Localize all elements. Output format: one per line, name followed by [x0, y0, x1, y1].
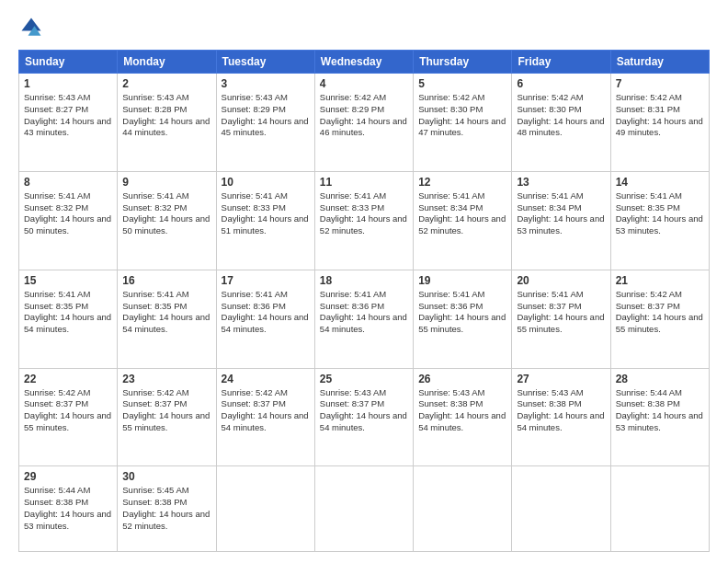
day-info: Sunrise: 5:43 AM Sunset: 8:38 PM Dayligh… [517, 387, 605, 434]
calendar-cell [512, 466, 610, 552]
day-number: 11 [320, 176, 408, 189]
day-number: 6 [517, 77, 605, 90]
day-number: 13 [517, 176, 605, 189]
day-info: Sunrise: 5:41 AM Sunset: 8:35 PM Dayligh… [616, 190, 704, 237]
day-info: Sunrise: 5:44 AM Sunset: 8:38 PM Dayligh… [24, 485, 112, 532]
day-info: Sunrise: 5:44 AM Sunset: 8:38 PM Dayligh… [616, 387, 704, 434]
header [18, 15, 710, 40]
day-info: Sunrise: 5:45 AM Sunset: 8:38 PM Dayligh… [122, 485, 210, 532]
calendar-cell [314, 466, 413, 552]
col-header-tuesday: Tuesday [216, 51, 314, 74]
day-number: 19 [418, 274, 506, 287]
calendar-cell: 12 Sunrise: 5:41 AM Sunset: 8:34 PM Dayl… [414, 171, 512, 270]
calendar-cell: 21 Sunrise: 5:42 AM Sunset: 8:37 PM Dayl… [610, 270, 709, 368]
col-header-friday: Friday [512, 51, 610, 74]
day-number: 27 [517, 373, 605, 385]
day-number: 20 [517, 274, 605, 287]
day-info: Sunrise: 5:43 AM Sunset: 8:28 PM Dayligh… [122, 92, 210, 139]
calendar-cell: 16 Sunrise: 5:41 AM Sunset: 8:35 PM Dayl… [118, 270, 216, 368]
day-number: 5 [418, 77, 506, 90]
day-info: Sunrise: 5:41 AM Sunset: 8:33 PM Dayligh… [222, 190, 310, 237]
calendar-cell [610, 466, 709, 552]
calendar-cell: 27 Sunrise: 5:43 AM Sunset: 8:38 PM Dayl… [512, 368, 610, 466]
calendar-cell: 29 Sunrise: 5:44 AM Sunset: 8:38 PM Dayl… [19, 466, 118, 552]
day-info: Sunrise: 5:41 AM Sunset: 8:36 PM Dayligh… [222, 289, 310, 336]
calendar-cell [216, 466, 314, 552]
calendar-cell: 5 Sunrise: 5:42 AM Sunset: 8:30 PM Dayli… [414, 74, 512, 172]
day-number: 22 [24, 373, 112, 385]
calendar-cell: 8 Sunrise: 5:41 AM Sunset: 8:32 PM Dayli… [19, 171, 118, 270]
logo [18, 15, 48, 40]
day-info: Sunrise: 5:41 AM Sunset: 8:34 PM Dayligh… [517, 190, 605, 237]
day-number: 28 [616, 373, 704, 385]
day-number: 3 [222, 77, 310, 90]
day-number: 26 [418, 373, 506, 385]
calendar-cell: 30 Sunrise: 5:45 AM Sunset: 8:38 PM Dayl… [118, 466, 216, 552]
calendar-cell: 20 Sunrise: 5:41 AM Sunset: 8:37 PM Dayl… [512, 270, 610, 368]
day-info: Sunrise: 5:41 AM Sunset: 8:36 PM Dayligh… [418, 289, 506, 336]
calendar-table: SundayMondayTuesdayWednesdayThursdayFrid… [18, 50, 710, 552]
day-number: 10 [222, 176, 310, 189]
day-info: Sunrise: 5:42 AM Sunset: 8:31 PM Dayligh… [616, 92, 704, 139]
calendar-cell [414, 466, 512, 552]
day-info: Sunrise: 5:41 AM Sunset: 8:32 PM Dayligh… [122, 190, 210, 237]
day-number: 9 [122, 176, 210, 189]
calendar-cell: 19 Sunrise: 5:41 AM Sunset: 8:36 PM Dayl… [414, 270, 512, 368]
day-info: Sunrise: 5:43 AM Sunset: 8:29 PM Dayligh… [222, 92, 310, 139]
calendar-week-row: 1 Sunrise: 5:43 AM Sunset: 8:27 PM Dayli… [19, 74, 710, 172]
day-info: Sunrise: 5:41 AM Sunset: 8:34 PM Dayligh… [418, 190, 506, 237]
day-number: 18 [320, 274, 408, 287]
calendar-week-row: 15 Sunrise: 5:41 AM Sunset: 8:35 PM Dayl… [19, 270, 710, 368]
calendar-cell: 22 Sunrise: 5:42 AM Sunset: 8:37 PM Dayl… [19, 368, 118, 466]
col-header-sunday: Sunday [19, 51, 118, 74]
calendar-cell: 3 Sunrise: 5:43 AM Sunset: 8:29 PM Dayli… [216, 74, 314, 172]
day-info: Sunrise: 5:42 AM Sunset: 8:37 PM Dayligh… [222, 387, 310, 434]
day-number: 16 [122, 274, 210, 287]
calendar-cell: 9 Sunrise: 5:41 AM Sunset: 8:32 PM Dayli… [118, 171, 216, 270]
day-number: 29 [24, 470, 112, 483]
calendar-cell: 6 Sunrise: 5:42 AM Sunset: 8:30 PM Dayli… [512, 74, 610, 172]
calendar-cell: 13 Sunrise: 5:41 AM Sunset: 8:34 PM Dayl… [512, 171, 610, 270]
calendar-cell: 25 Sunrise: 5:43 AM Sunset: 8:37 PM Dayl… [314, 368, 413, 466]
day-number: 17 [222, 274, 310, 287]
calendar-cell: 11 Sunrise: 5:41 AM Sunset: 8:33 PM Dayl… [314, 171, 413, 270]
day-number: 23 [122, 373, 210, 385]
day-number: 2 [122, 77, 210, 90]
col-header-monday: Monday [118, 51, 216, 74]
day-number: 14 [616, 176, 704, 189]
calendar-cell: 23 Sunrise: 5:42 AM Sunset: 8:37 PM Dayl… [118, 368, 216, 466]
day-number: 8 [24, 176, 112, 189]
day-info: Sunrise: 5:41 AM Sunset: 8:36 PM Dayligh… [320, 289, 408, 336]
day-info: Sunrise: 5:43 AM Sunset: 8:27 PM Dayligh… [24, 92, 112, 139]
day-info: Sunrise: 5:42 AM Sunset: 8:37 PM Dayligh… [24, 387, 112, 434]
day-number: 15 [24, 274, 112, 287]
calendar-cell: 15 Sunrise: 5:41 AM Sunset: 8:35 PM Dayl… [19, 270, 118, 368]
calendar-cell: 28 Sunrise: 5:44 AM Sunset: 8:38 PM Dayl… [610, 368, 709, 466]
day-info: Sunrise: 5:41 AM Sunset: 8:33 PM Dayligh… [320, 190, 408, 237]
calendar-cell: 17 Sunrise: 5:41 AM Sunset: 8:36 PM Dayl… [216, 270, 314, 368]
calendar-cell: 10 Sunrise: 5:41 AM Sunset: 8:33 PM Dayl… [216, 171, 314, 270]
day-number: 4 [320, 77, 408, 90]
calendar-header-row: SundayMondayTuesdayWednesdayThursdayFrid… [19, 51, 710, 74]
day-number: 12 [418, 176, 506, 189]
calendar-cell: 14 Sunrise: 5:41 AM Sunset: 8:35 PM Dayl… [610, 171, 709, 270]
calendar-week-row: 8 Sunrise: 5:41 AM Sunset: 8:32 PM Dayli… [19, 171, 710, 270]
col-header-thursday: Thursday [414, 51, 512, 74]
calendar-cell: 24 Sunrise: 5:42 AM Sunset: 8:37 PM Dayl… [216, 368, 314, 466]
day-info: Sunrise: 5:43 AM Sunset: 8:37 PM Dayligh… [320, 387, 408, 434]
day-info: Sunrise: 5:42 AM Sunset: 8:37 PM Dayligh… [616, 289, 704, 336]
calendar-week-row: 29 Sunrise: 5:44 AM Sunset: 8:38 PM Dayl… [19, 466, 710, 552]
day-number: 30 [122, 470, 210, 483]
calendar-cell: 18 Sunrise: 5:41 AM Sunset: 8:36 PM Dayl… [314, 270, 413, 368]
col-header-wednesday: Wednesday [314, 51, 413, 74]
calendar-cell: 7 Sunrise: 5:42 AM Sunset: 8:31 PM Dayli… [610, 74, 709, 172]
day-info: Sunrise: 5:42 AM Sunset: 8:29 PM Dayligh… [320, 92, 408, 139]
logo-icon [18, 15, 44, 40]
day-number: 7 [616, 77, 704, 90]
day-info: Sunrise: 5:41 AM Sunset: 8:35 PM Dayligh… [122, 289, 210, 336]
calendar-cell: 1 Sunrise: 5:43 AM Sunset: 8:27 PM Dayli… [19, 74, 118, 172]
col-header-saturday: Saturday [610, 51, 709, 74]
calendar-week-row: 22 Sunrise: 5:42 AM Sunset: 8:37 PM Dayl… [19, 368, 710, 466]
calendar-cell: 4 Sunrise: 5:42 AM Sunset: 8:29 PM Dayli… [314, 74, 413, 172]
calendar-cell: 2 Sunrise: 5:43 AM Sunset: 8:28 PM Dayli… [118, 74, 216, 172]
